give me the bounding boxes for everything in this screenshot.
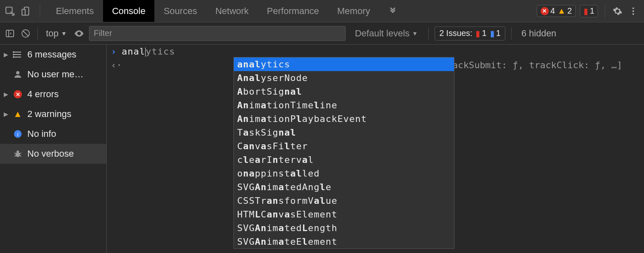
expand-icon[interactable]: ▶ bbox=[3, 51, 8, 58]
autocomplete-item[interactable]: CanvasFilter bbox=[234, 139, 454, 153]
tab-label: Network bbox=[215, 6, 249, 17]
separator bbox=[511, 27, 512, 40]
separator bbox=[605, 5, 605, 18]
tab-network[interactable]: Network bbox=[206, 0, 258, 22]
svg-line-24 bbox=[19, 155, 21, 156]
list-icon bbox=[12, 50, 23, 60]
separator bbox=[40, 5, 40, 18]
levels-label: Default levels bbox=[355, 28, 409, 39]
prompt-icon: › bbox=[111, 46, 118, 57]
sidebar-item[interactable]: No verbose bbox=[0, 144, 106, 164]
context-label: top bbox=[46, 28, 59, 39]
svg-point-14 bbox=[13, 54, 14, 55]
autocomplete-item[interactable]: clearInterval bbox=[234, 153, 454, 167]
bug-icon bbox=[12, 149, 23, 159]
execution-context-select[interactable]: top ▼ bbox=[43, 28, 69, 39]
sidebar-item[interactable]: ▶▲2 warnings bbox=[0, 104, 106, 124]
svg-point-13 bbox=[13, 52, 14, 53]
expand-icon[interactable]: ▶ bbox=[3, 111, 8, 117]
sidebar-item-label: 4 errors bbox=[27, 89, 103, 100]
tab-elements[interactable]: Elements bbox=[47, 0, 103, 22]
tab-memory[interactable]: Memory bbox=[328, 0, 379, 22]
issues-error-count: ▮1 bbox=[476, 29, 486, 38]
hidden-messages-button[interactable]: 6 hidden bbox=[517, 28, 560, 39]
tab-label: Sources bbox=[163, 6, 197, 17]
sidebar-toggle-icon[interactable] bbox=[4, 28, 16, 39]
error-warning-badge[interactable]: ✕ 4 ▲ 2 bbox=[537, 5, 576, 17]
autocomplete-item[interactable]: AnalyserNode bbox=[234, 71, 454, 85]
svg-point-5 bbox=[632, 13, 634, 15]
console-output[interactable]: › analytics ‹· (20), factory: ƒ, trackSu… bbox=[107, 45, 644, 253]
user-icon bbox=[12, 69, 23, 79]
svg-line-22 bbox=[19, 153, 21, 154]
tabbar-right: ✕ 4 ▲ 2 ▮ 1 bbox=[537, 5, 644, 18]
issues-badge[interactable]: ▮ 1 bbox=[580, 5, 598, 17]
sidebar-item[interactable]: ▶6 messages bbox=[0, 45, 106, 64]
tab-label: Memory bbox=[337, 6, 370, 17]
console-toolbar: top ▼ Default levels ▼ 2 Issues: ▮1 ▮1 6… bbox=[0, 22, 644, 45]
sidebar-item-label: No user me… bbox=[27, 69, 103, 80]
errors-count-badge: ✕ 4 bbox=[541, 6, 555, 16]
clear-console-icon[interactable] bbox=[20, 28, 31, 39]
issues-button[interactable]: 2 Issues: ▮1 ▮1 bbox=[435, 26, 505, 41]
warning-icon: ▲ bbox=[557, 6, 566, 16]
tabs-container: Elements Console Sources Network Perform… bbox=[47, 0, 406, 22]
tab-performance[interactable]: Performance bbox=[258, 0, 328, 22]
autocomplete-item[interactable]: AnimationPlaybackEvent bbox=[234, 112, 454, 126]
autocomplete-item[interactable]: SVGAnimatedAngle bbox=[234, 180, 454, 194]
settings-icon[interactable] bbox=[612, 5, 623, 17]
console-sidebar: ▶6 messagesNo user me…▶✕4 errors▶▲2 warn… bbox=[0, 45, 107, 253]
sidebar-item-label: 2 warnings bbox=[27, 109, 103, 119]
console-filter-input[interactable] bbox=[89, 26, 346, 41]
dropdown-icon: ▼ bbox=[412, 30, 418, 37]
tab-sources[interactable]: Sources bbox=[154, 0, 206, 22]
live-expression-icon[interactable] bbox=[73, 28, 85, 39]
inspect-element-icon[interactable] bbox=[4, 5, 16, 17]
more-menu-icon[interactable] bbox=[627, 5, 639, 17]
sidebar-item-label: 6 messages bbox=[27, 49, 103, 60]
autocomplete-item[interactable]: onappinstalled bbox=[234, 167, 454, 180]
warning-icon: ▲ bbox=[12, 109, 23, 119]
autocomplete-item[interactable]: CSSTransformValue bbox=[234, 194, 454, 208]
autocomplete-item[interactable]: SVGAnimatedLength bbox=[234, 221, 454, 235]
svg-point-15 bbox=[13, 57, 14, 57]
autocomplete-item[interactable]: AbortSignal bbox=[234, 85, 454, 98]
svg-point-4 bbox=[632, 10, 634, 12]
svg-line-9 bbox=[23, 31, 28, 36]
issues-info-count: ▮1 bbox=[490, 29, 501, 38]
warnings-count-badge: ▲ 2 bbox=[557, 6, 572, 16]
expand-icon[interactable]: ▶ bbox=[3, 91, 8, 98]
message-icon: ▮ bbox=[584, 6, 588, 16]
messages-count-badge: ▮ 1 bbox=[584, 6, 594, 16]
console-input-line[interactable]: › analytics bbox=[107, 45, 644, 58]
tab-label: Elements bbox=[56, 6, 94, 17]
sidebar-item[interactable]: No user me… bbox=[0, 64, 106, 84]
svg-point-20 bbox=[17, 150, 19, 153]
sidebar-item[interactable]: ▶✕4 errors bbox=[0, 84, 106, 104]
separator bbox=[428, 27, 429, 40]
svg-point-16 bbox=[16, 71, 19, 74]
log-levels-select[interactable]: Default levels ▼ bbox=[350, 28, 423, 39]
error-icon: ✕ bbox=[541, 7, 549, 15]
tabs-overflow-icon[interactable] bbox=[379, 0, 406, 22]
svg-point-3 bbox=[632, 7, 634, 9]
devtools-tabbar: Elements Console Sources Network Perform… bbox=[0, 0, 644, 22]
errors-count: 4 bbox=[550, 6, 555, 16]
result-icon: ‹· bbox=[111, 60, 118, 70]
issues-label: 2 Issues: bbox=[439, 29, 472, 38]
warnings-count: 2 bbox=[567, 6, 572, 16]
info-icon: i bbox=[12, 129, 23, 138]
autocomplete-item[interactable]: analytics bbox=[234, 57, 454, 71]
svg-rect-2 bbox=[22, 9, 25, 15]
autocomplete-item[interactable]: HTMLCanvasElement bbox=[234, 208, 454, 221]
sidebar-item[interactable]: iNo info bbox=[0, 124, 106, 144]
autocomplete-item[interactable]: SVGAnimateElement bbox=[234, 235, 454, 248]
svg-line-23 bbox=[14, 155, 16, 156]
console-input-text: analytics bbox=[122, 46, 175, 57]
autocomplete-item[interactable]: TaskSignal bbox=[234, 126, 454, 139]
autocomplete-popup[interactable]: analyticsAnalyserNodeAbortSignalAnimatio… bbox=[233, 57, 454, 249]
device-toolbar-icon[interactable] bbox=[21, 5, 32, 17]
tab-console[interactable]: Console bbox=[103, 0, 155, 22]
separator bbox=[37, 27, 38, 40]
autocomplete-item[interactable]: AnimationTimeline bbox=[234, 98, 454, 112]
